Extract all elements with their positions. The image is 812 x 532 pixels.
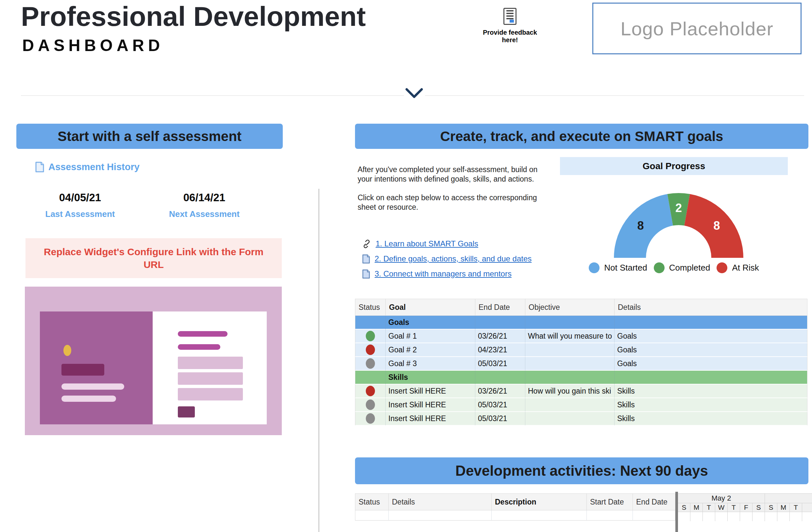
- resource-link-label: 3. Connect with managers and mentors: [375, 269, 511, 278]
- section-cell: [355, 371, 386, 384]
- section-cell: [525, 371, 614, 384]
- column-header-objective: Objective: [525, 299, 614, 316]
- link-icon: [362, 239, 371, 248]
- legend-swatch: [716, 262, 727, 273]
- gantt-splitter-handle[interactable]: [676, 492, 678, 532]
- column-header-status: Status: [355, 493, 388, 510]
- empty-cell: [633, 510, 676, 520]
- resource-link-label: 2. Define goals, actions, skills, and du…: [375, 254, 532, 263]
- gantt-empty-cell: [765, 512, 777, 521]
- section-cell: [355, 316, 386, 330]
- empty-cell: [491, 510, 586, 520]
- metric-label: Last Assessment: [34, 209, 126, 219]
- details-cell: Goals: [614, 357, 808, 371]
- details-cell: Skills: [614, 398, 808, 412]
- legend-swatch: [589, 262, 599, 273]
- dashboard-page: Professional Development DASHBOARD Provi…: [0, 0, 812, 532]
- end-date-cell: 05/03/21: [475, 412, 525, 426]
- gantt-day-cell: S: [753, 503, 765, 512]
- objective-cell: [525, 398, 614, 412]
- column-header-status: Status: [355, 299, 386, 316]
- gantt-day-cell: F: [740, 503, 753, 512]
- details-cell: Goals: [614, 343, 808, 357]
- logo-placeholder: Logo Placeholder: [592, 3, 801, 54]
- gantt-empty-cell: [703, 512, 715, 521]
- feedback-label: Provide feedback here!: [478, 29, 542, 44]
- status-dot-gray: [366, 358, 375, 369]
- table-row: Insert Skill HERE05/03/21Skills: [355, 398, 808, 412]
- objective-cell: What will you measure to: [525, 330, 614, 343]
- chevron-down-icon[interactable]: [405, 87, 424, 100]
- legend-label: At Risk: [732, 263, 759, 273]
- gantt-day-cell: W: [715, 503, 728, 512]
- status-dot-gray: [366, 400, 375, 410]
- gantt-empty-cell: [753, 512, 765, 521]
- column-divider: [318, 189, 319, 532]
- document-icon: [35, 162, 44, 172]
- end-date-cell: 05/03/21: [475, 398, 525, 412]
- gantt-data-row: [678, 512, 812, 521]
- smart-goals-header: Create, track, and execute on SMART goal…: [355, 124, 808, 149]
- gantt-day-cell: T: [703, 503, 715, 512]
- gantt-empty-cell: [777, 512, 790, 521]
- form-placeholder-illustration: [25, 286, 282, 435]
- resource-link-label: 1. Learn about SMART Goals: [376, 239, 478, 248]
- column-header-goal: Goal: [386, 299, 475, 316]
- activities-table-body: [355, 510, 676, 520]
- illustration-bar: [61, 395, 116, 402]
- gantt-empty-cell: [802, 512, 812, 521]
- next-assessment-metric: 06/14/21 Next Assessment: [159, 192, 250, 219]
- gantt-empty-cell: [678, 512, 691, 521]
- details-cell: Goals: [614, 330, 808, 343]
- assessment-history-link[interactable]: Assessment History: [35, 162, 140, 172]
- empty-cell: [355, 510, 388, 520]
- objective-cell: [525, 357, 614, 371]
- column-header-details: Details: [388, 493, 491, 510]
- resource-link-connect[interactable]: 3. Connect with managers and mentors: [362, 266, 532, 281]
- feedback-link[interactable]: Provide feedback here!: [478, 8, 542, 44]
- column-header-start-date: Start Date: [586, 493, 633, 510]
- objective-cell: How will you gain this ski: [525, 384, 614, 398]
- metric-label: Next Assessment: [159, 209, 250, 219]
- resource-link-smart-goals[interactable]: 1. Learn about SMART Goals: [362, 236, 532, 251]
- section-cell: [525, 316, 614, 330]
- objective-cell: [525, 412, 614, 426]
- intro-paragraph: Click on each step below to access the c…: [358, 193, 549, 212]
- status-dot-red: [366, 386, 375, 396]
- section-cell: [475, 316, 525, 330]
- illustration-bar: [178, 372, 243, 385]
- configure-link-warning: Replace Widget's Configure Link with the…: [26, 238, 282, 278]
- illustration-bar: [178, 344, 220, 350]
- gantt-day-cell: T: [728, 503, 740, 512]
- resource-link-define-goals[interactable]: 2. Define goals, actions, skills, and du…: [362, 251, 532, 266]
- illustration-button: [178, 406, 195, 418]
- end-date-cell: 05/03/21: [475, 357, 525, 371]
- section-row: Goals: [355, 316, 808, 330]
- column-header-description: Description: [491, 493, 586, 510]
- goal-progress-gauge: 828: [613, 192, 745, 258]
- activities-header: Development activities: Next 90 days: [355, 458, 808, 484]
- gantt-calendar: May 2SMTWTFSSMT: [678, 493, 812, 521]
- end-date-cell: 03/26/21: [475, 330, 525, 343]
- goal-cell: Insert Skill HERE: [386, 384, 475, 398]
- status-cell: [355, 412, 386, 426]
- legend-item-at-risk: At Risk: [716, 262, 759, 273]
- activities-table-header-row: Status Details Description Start Date En…: [355, 493, 676, 510]
- logo-text: Logo Placeholder: [621, 18, 773, 40]
- illustration-bar: [61, 383, 124, 390]
- feedback-form-icon: [504, 8, 517, 25]
- goals-table-body: GoalsGoal # 103/26/21What will you measu…: [355, 316, 808, 426]
- goal-cell: Insert Skill HERE: [386, 412, 475, 426]
- status-cell: [355, 343, 386, 357]
- empty-cell: [388, 510, 491, 520]
- illustration-bar: [178, 331, 228, 337]
- section-cell: [475, 371, 525, 384]
- goals-table: Status Goal End Date Objective Details G…: [355, 299, 808, 426]
- section-title: Skills: [386, 371, 475, 384]
- intro-paragraph: After you've completed your self-assessm…: [358, 165, 549, 184]
- goal-cell: Goal # 3: [386, 357, 475, 371]
- empty-cell: [586, 510, 633, 520]
- metric-value: 06/14/21: [159, 192, 250, 204]
- status-cell: [355, 330, 386, 343]
- end-date-cell: 03/26/21: [475, 384, 525, 398]
